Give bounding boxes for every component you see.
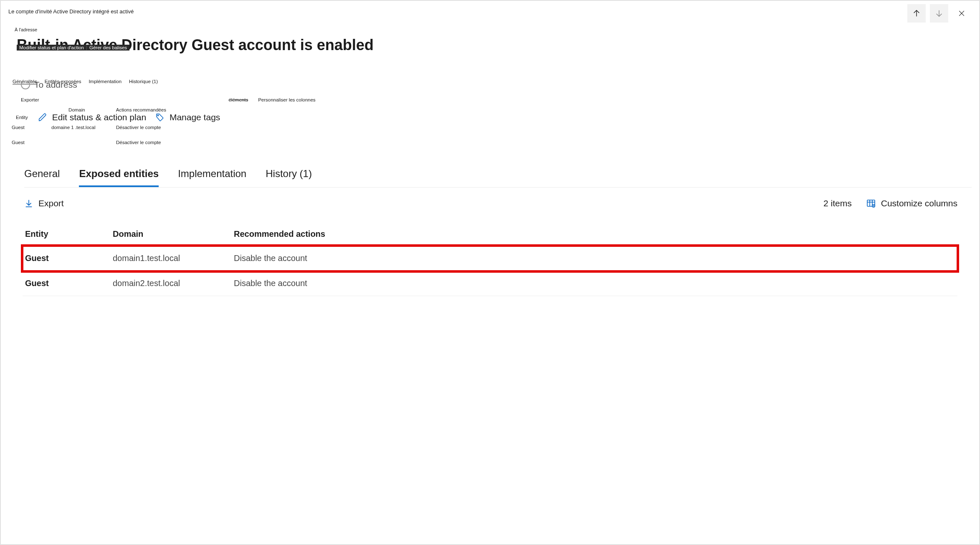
domain-label: Domain — [68, 107, 85, 112]
tooltip-edit: Modifier status et plan d'action — [17, 45, 87, 50]
customize-columns-label: Customize columns — [881, 198, 957, 208]
pencil-icon — [38, 113, 47, 122]
columns-icon — [866, 198, 876, 208]
content: Le compte d'invité Active Directory inté… — [1, 1, 979, 313]
mini-entity: Guest — [12, 140, 51, 145]
tab-general[interactable]: General — [24, 168, 60, 187]
tooltip-tags: Gérer des balises — [87, 45, 129, 50]
edit-status-button[interactable]: Edit status & action plan — [38, 112, 146, 122]
header-actions[interactable]: Recommended actions — [234, 229, 957, 239]
arrow-down-icon — [934, 9, 944, 18]
tab-exposed-entities[interactable]: Exposed entities — [79, 168, 159, 187]
mini-domain: domaine 1 .test.local — [51, 125, 116, 130]
spinner-icon — [21, 80, 30, 89]
recommended-label: Actions recommandées — [116, 107, 166, 112]
tab-implementation[interactable]: Implementation — [178, 168, 246, 187]
action-row: Entity Edit status & action plan Domain … — [16, 112, 972, 122]
at-address-label: À l'adresse — [15, 27, 972, 32]
cell-entity: Guest — [25, 279, 113, 288]
window-controls — [907, 4, 971, 23]
close-button[interactable] — [952, 4, 971, 23]
to-address-label: To address — [34, 80, 77, 90]
mini-row-1: Guest domaine 1 .test.local Désactiver l… — [8, 125, 972, 130]
panel: Le compte d'invité Active Directory inté… — [0, 0, 980, 545]
table-row[interactable]: Guest domain2.test.local Disable the acc… — [23, 271, 957, 296]
cell-action: Disable the account — [234, 279, 957, 288]
export-label: Export — [38, 198, 64, 208]
to-address: To address — [21, 80, 972, 90]
manage-tags-button[interactable]: Manage tags — [155, 112, 220, 122]
mini-action: Désactiver le compte — [116, 125, 161, 130]
mini-action: Désactiver le compte — [116, 140, 161, 145]
svg-point-0 — [157, 115, 158, 116]
export-icon — [24, 199, 33, 208]
tag-icon — [155, 113, 165, 122]
entity-label: Entity — [16, 115, 28, 120]
main-tabs: General Exposed entities Implementation … — [24, 168, 972, 188]
subtitle-fr: Le compte d'invité Active Directory inté… — [8, 8, 972, 15]
export-button[interactable]: Export — [24, 198, 64, 208]
header-entity[interactable]: Entity — [25, 229, 113, 239]
fr-second-row: Exporter éléments Personnaliser les colo… — [21, 97, 972, 102]
cell-action: Disable the account — [234, 253, 957, 263]
fr-export[interactable]: Exporter — [21, 97, 39, 102]
mini-domain — [51, 140, 116, 145]
header-domain[interactable]: Domain — [113, 229, 234, 239]
cell-entity: Guest — [25, 253, 113, 263]
entities-table: Entity Domain Recommended actions Guest … — [8, 229, 972, 296]
toolbar: Export 2 items Customize columns — [8, 198, 972, 208]
customize-columns-button[interactable]: Customize columns — [866, 198, 957, 208]
table-header: Entity Domain Recommended actions — [23, 229, 957, 246]
page-title: Built-in Active Directory Guest account … — [17, 36, 972, 54]
fr-items: éléments — [228, 97, 248, 102]
mini-entity: Guest — [12, 125, 51, 130]
edit-status-label: Edit status & action plan — [52, 112, 146, 122]
table-row[interactable]: Guest domain1.test.local Disable the acc… — [23, 246, 957, 271]
cell-domain: domain1.test.local — [113, 253, 234, 263]
mini-row-2: Guest Désactiver le compte — [8, 140, 972, 145]
tab-history[interactable]: History (1) — [266, 168, 312, 187]
fr-customize[interactable]: Personnaliser les colonnes — [258, 97, 315, 102]
prev-button[interactable] — [907, 4, 926, 23]
next-button[interactable] — [930, 4, 948, 23]
arrow-up-icon — [912, 9, 921, 18]
manage-tags-label: Manage tags — [170, 112, 220, 122]
tooltip-bar: Modifier status et plan d'action Gérer d… — [17, 45, 129, 51]
cell-domain: domain2.test.local — [113, 279, 234, 288]
items-count: 2 items — [823, 198, 852, 208]
title-overlap: Built-in Active Directory Guest account … — [8, 36, 972, 54]
close-icon — [957, 9, 966, 18]
